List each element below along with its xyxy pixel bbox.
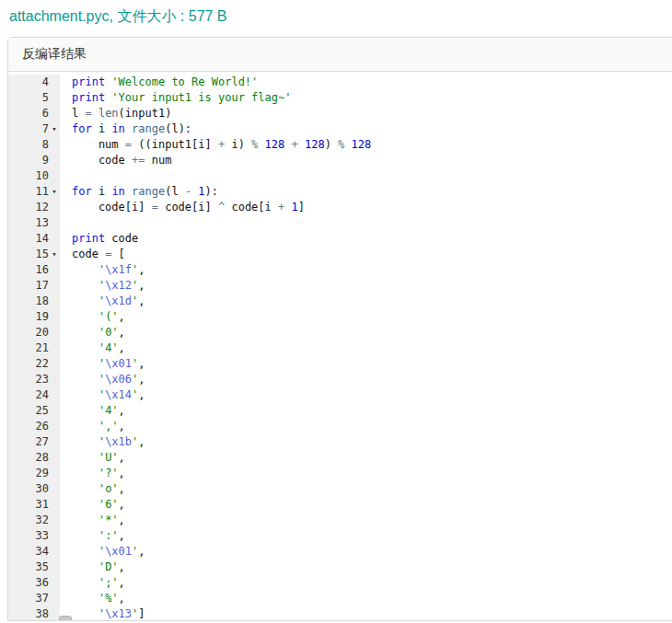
line-number: 12 [8,200,49,215]
line-number: 5 [8,90,49,106]
code-text: num = ((input1[i] + i) % 128 + 128) % 12… [60,137,672,153]
gutter-cell[interactable]: 38 [8,606,60,620]
gutter-cell[interactable]: 31 [8,497,60,513]
code-text: '\x12', [60,278,672,294]
code-line: 33 ':', [8,528,672,544]
code-text [60,215,672,231]
code-line: 35 'D', [8,560,672,575]
gutter-cell[interactable]: 33 [8,528,60,544]
gutter-cell[interactable]: 11▾ [8,184,60,200]
code-text: 'D', [60,560,672,575]
fold-spacer [49,575,60,591]
code-line: 10 [8,168,672,184]
gutter-cell[interactable]: 18 [8,294,60,309]
line-number: 34 [8,544,49,560]
line-number: 20 [8,325,49,340]
gutter-cell[interactable]: 23 [8,372,60,387]
line-number: 11 [8,184,49,200]
line-number: 28 [8,450,49,466]
code-text: '(', [60,309,672,325]
fold-spacer [49,200,60,215]
gutter-cell[interactable]: 10 [8,168,60,184]
gutter-cell[interactable]: 34 [8,544,60,560]
fold-spacer [49,591,60,606]
gutter-cell[interactable]: 15▾ [8,247,60,262]
code-text: code[i] = code[i] ^ code[i + 1] [60,200,672,215]
line-number: 26 [8,419,49,434]
code-line: 14print code [8,231,672,247]
gutter-cell[interactable]: 13 [8,215,60,231]
gutter-cell[interactable]: 6 [8,106,60,121]
line-number: 4 [8,75,49,90]
gutter-cell[interactable]: 35 [8,560,60,575]
gutter-cell[interactable]: 21 [8,340,60,356]
gutter-cell[interactable]: 12 [8,200,60,215]
line-number: 7 [8,121,49,137]
fold-arrow-icon[interactable]: ▾ [49,247,60,262]
line-number: 14 [8,231,49,247]
gutter-cell[interactable]: 5 [8,90,60,106]
fold-spacer [49,325,60,340]
gutter-cell[interactable]: 9 [8,153,60,168]
gutter-cell[interactable]: 27 [8,434,60,450]
line-number: 35 [8,560,49,575]
fold-spacer [49,481,60,497]
code-line: 9 code += num [8,153,672,168]
code-line: 16 '\x1f', [8,262,672,278]
fold-spacer [49,497,60,513]
gutter-cell[interactable]: 7▾ [8,121,60,137]
gutter-cell[interactable]: 30 [8,481,60,497]
code-text: print 'Your input1 is your flag~' [60,90,672,106]
code-text: l = len(input1) [60,106,672,121]
gutter-cell[interactable]: 29 [8,466,60,481]
line-number: 8 [8,137,49,153]
fold-arrow-icon[interactable]: ▾ [49,184,60,200]
gutter-cell[interactable]: 8 [8,137,60,153]
line-number: 33 [8,528,49,544]
gutter-cell[interactable]: 25 [8,403,60,419]
gutter-cell[interactable]: 26 [8,419,60,434]
line-number: 27 [8,434,49,450]
fold-spacer [49,513,60,528]
gutter-cell[interactable]: 22 [8,356,60,372]
code-line: 8 num = ((input1[i] + i) % 128 + 128) % … [8,137,672,153]
code-text: ':', [60,528,672,544]
gutter-cell[interactable]: 14 [8,231,60,247]
code-line: 6l = len(input1) [8,106,672,121]
fold-arrow-icon[interactable]: ▾ [49,121,60,137]
line-number: 13 [8,215,49,231]
code-line: 4print 'Welcome to Re World!' [8,75,672,90]
gutter-cell[interactable]: 20 [8,325,60,340]
code-text: '\x06', [60,372,672,387]
horizontal-scrollbar-thumb[interactable] [59,616,72,620]
fold-spacer [49,278,60,294]
code-line: 34 '\x01', [8,544,672,560]
gutter-cell[interactable]: 28 [8,450,60,466]
line-number: 29 [8,466,49,481]
gutter-cell[interactable]: 16 [8,262,60,278]
line-number: 18 [8,294,49,309]
code-text: print 'Welcome to Re World!' [60,75,672,90]
code-text: ';', [60,575,672,591]
code-text: 'U', [60,450,672,466]
gutter-cell[interactable]: 36 [8,575,60,591]
gutter-cell[interactable]: 17 [8,278,60,294]
fold-spacer [49,231,60,247]
fold-spacer [49,372,60,387]
line-number: 6 [8,106,49,121]
code-editor[interactable]: 4print 'Welcome to Re World!'5print 'You… [8,72,672,620]
fold-spacer [49,560,60,575]
gutter-cell[interactable]: 32 [8,513,60,528]
line-number: 37 [8,591,49,606]
fold-spacer [49,387,60,403]
fold-spacer [49,90,60,106]
gutter-cell[interactable]: 4 [8,75,60,90]
line-number: 16 [8,262,49,278]
gutter-cell[interactable]: 37 [8,591,60,606]
fold-spacer [49,356,60,372]
code-text: '%', [60,591,672,606]
gutter-cell[interactable]: 24 [8,387,60,403]
code-text: '6', [60,497,672,513]
code-text: '?', [60,466,672,481]
gutter-cell[interactable]: 19 [8,309,60,325]
